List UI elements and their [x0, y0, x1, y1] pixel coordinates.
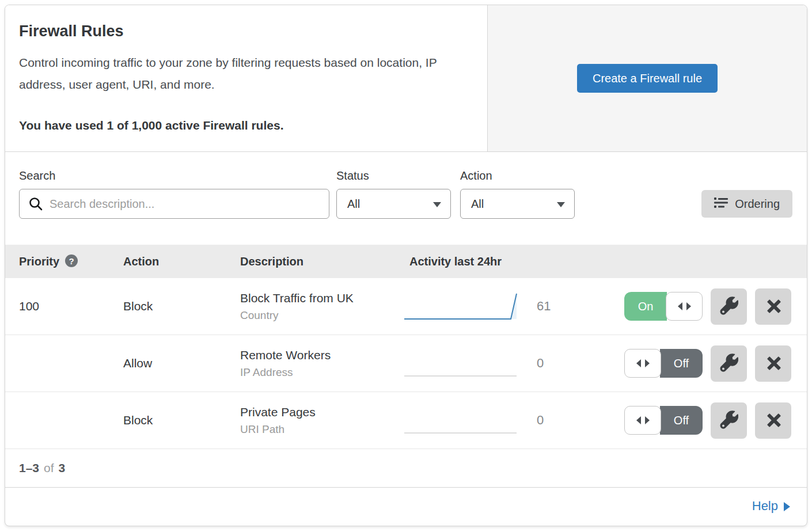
page-description: Control incoming traffic to your zone by…: [19, 52, 464, 96]
x-icon: [765, 412, 782, 429]
toggle-off-label: Off: [660, 406, 703, 435]
rule-description: Private Pages: [240, 405, 404, 419]
filter-bar: Search Status All Action All: [5, 152, 807, 245]
row-controls: On: [597, 288, 791, 325]
rule-match-type: Country: [240, 309, 404, 322]
help-arrow-icon: [784, 502, 790, 511]
action-cell: Block: [123, 299, 240, 313]
activity-cell: 61: [404, 291, 597, 321]
header-text-block: Firewall Rules Control incoming traffic …: [5, 5, 487, 151]
wrench-icon: [720, 411, 738, 431]
action-cell: Allow: [123, 356, 240, 370]
x-icon: [765, 355, 782, 372]
toggle-off-label: Off: [660, 349, 703, 378]
action-select-value: All: [471, 197, 484, 211]
action-select[interactable]: All: [460, 189, 575, 219]
status-filter: Status All: [336, 169, 451, 219]
column-header-action: Action: [123, 255, 240, 268]
status-label: Status: [336, 169, 451, 183]
usage-note: You have used 1 of 1,000 active Firewall…: [19, 119, 469, 132]
header: Firewall Rules Control incoming traffic …: [5, 5, 807, 152]
pagination-bar: 1–3 of 3: [5, 449, 807, 488]
help-bar: Help: [5, 488, 807, 524]
row-controls: Off: [597, 345, 791, 382]
rule-toggle[interactable]: Off: [624, 349, 703, 378]
activity-count: 0: [537, 413, 544, 428]
wrench-icon: [720, 354, 738, 374]
activity-count: 61: [537, 299, 551, 314]
search-block: Search: [19, 169, 329, 219]
ordering-button[interactable]: Ordering: [701, 190, 792, 218]
table-row: Allow Remote Workers IP Address 0 Off: [5, 335, 807, 392]
delete-rule-button[interactable]: [755, 402, 791, 439]
column-header-description: Description: [240, 255, 404, 268]
rule-match-type: IP Address: [240, 366, 404, 379]
toggle-on-label: On: [624, 292, 667, 321]
search-icon: [28, 196, 43, 211]
toggle-arrows-icon: [636, 416, 641, 424]
chevron-down-icon: [557, 202, 565, 207]
ordering-list-icon: [714, 196, 728, 212]
pagination-range: 1–3: [19, 461, 39, 475]
edit-rule-button[interactable]: [711, 402, 747, 439]
delete-rule-button[interactable]: [755, 345, 791, 382]
rule-toggle[interactable]: Off: [624, 406, 703, 435]
action-label: Action: [460, 169, 575, 183]
toggle-knob[interactable]: [624, 349, 661, 378]
toggle-arrows-icon: [686, 302, 691, 310]
ordering-button-label: Ordering: [735, 197, 780, 211]
help-link-label: Help: [752, 499, 778, 514]
rule-description: Block Traffic from UK: [240, 291, 404, 305]
status-select[interactable]: All: [336, 189, 451, 219]
header-action-panel: Create a Firewall rule: [487, 5, 807, 151]
priority-cell: 100: [19, 299, 123, 313]
search-input[interactable]: [19, 189, 329, 219]
edit-rule-button[interactable]: [711, 288, 747, 325]
activity-sparkline: [404, 348, 522, 378]
create-firewall-rule-button[interactable]: Create a Firewall rule: [577, 64, 718, 93]
pagination-total: 3: [59, 461, 66, 475]
table-row: Block Private Pages URI Path 0 Off: [5, 392, 807, 449]
chevron-down-icon: [433, 202, 441, 207]
description-cell: Block Traffic from UK Country: [240, 291, 404, 322]
row-controls: Off: [597, 402, 791, 439]
activity-cell: 0: [404, 405, 597, 435]
description-cell: Remote Workers IP Address: [240, 348, 404, 379]
toggle-knob[interactable]: [624, 406, 661, 435]
status-select-value: All: [347, 197, 360, 211]
activity-sparkline: [404, 291, 522, 321]
column-header-priority: Priority?: [19, 254, 123, 268]
rule-match-type: URI Path: [240, 423, 404, 436]
toggle-arrows-icon: [636, 359, 641, 367]
priority-help-icon[interactable]: ?: [65, 254, 78, 267]
table-row: 100 Block Block Traffic from UK Country …: [5, 278, 807, 335]
pagination-of-text: of: [44, 461, 54, 475]
rule-toggle[interactable]: On: [624, 292, 703, 321]
help-link[interactable]: Help: [752, 499, 790, 514]
toggle-arrows-icon: [678, 302, 682, 310]
column-header-activity: Activity last 24hr: [404, 255, 597, 268]
action-filter: Action All: [460, 169, 575, 219]
wrench-icon: [720, 297, 738, 317]
toggle-arrows-icon: [645, 416, 650, 424]
search-label: Search: [19, 169, 329, 183]
delete-rule-button[interactable]: [755, 288, 791, 325]
description-cell: Private Pages URI Path: [240, 405, 404, 436]
table-header: Priority? Action Description Activity la…: [5, 245, 807, 278]
action-cell: Block: [123, 413, 240, 427]
toggle-arrows-icon: [645, 359, 650, 367]
rule-description: Remote Workers: [240, 348, 404, 362]
edit-rule-button[interactable]: [711, 345, 747, 382]
activity-count: 0: [537, 356, 544, 371]
activity-cell: 0: [404, 348, 597, 378]
firewall-rules-card: Firewall Rules Control incoming traffic …: [5, 5, 807, 526]
activity-sparkline: [404, 405, 522, 435]
page-title: Firewall Rules: [19, 22, 469, 40]
toggle-knob[interactable]: [666, 292, 703, 321]
x-icon: [765, 298, 782, 315]
